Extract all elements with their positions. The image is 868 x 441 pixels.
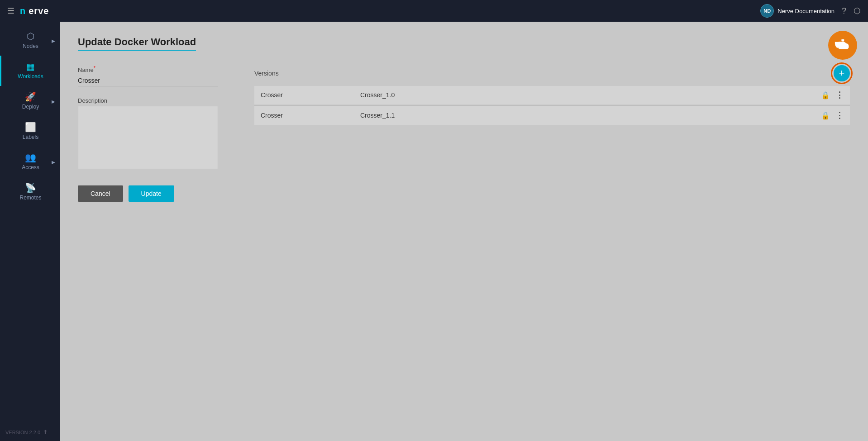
add-version-button[interactable]: + [834,65,850,81]
form-actions: Cancel Update [78,185,218,202]
access-arrow-icon: ▶ [52,159,55,164]
cancel-button[interactable]: Cancel [78,185,123,202]
sidebar-item-deploy[interactable]: 🚀 Deploy ▶ [0,86,60,116]
update-icon[interactable]: ⬆ [43,429,48,436]
docker-icon [833,36,852,55]
table-row: Crosser Crosser_1.0 🔒 ⋮ [254,85,850,104]
page-title: Update Docker Workload [78,36,196,51]
version-id-2: Crosser_1.1 [360,112,821,119]
main-content: Update Docker Workload Name* Description… [60,22,868,441]
docker-fab[interactable] [828,31,857,60]
access-icon: 👥 [25,153,36,162]
top-nav: ☰ nerve ND Nerve Documentation ? ⬡ [0,0,868,22]
description-label: Description [78,97,218,104]
description-field-group: Description [78,97,218,171]
remotes-icon: 📡 [25,183,36,192]
version-text: VERSION 2.2.0 ⬆ [0,429,60,436]
row-menu-button-1[interactable]: ⋮ [835,90,844,100]
name-label: Name* [78,65,218,73]
workloads-icon: ▦ [26,62,35,71]
sidebar: ⬡ Nodes ▶ ▦ Workloads 🚀 Deploy ▶ ⬜ Label… [0,22,60,441]
sidebar-label-nodes: Nodes [23,43,38,49]
versions-panel: Versions + Crosser Crosser_1.0 🔒 ⋮ Cross… [254,65,850,202]
nav-right: ND Nerve Documentation ? ⬡ [760,4,861,18]
name-input[interactable] [78,75,218,86]
sidebar-item-nodes[interactable]: ⬡ Nodes ▶ [0,25,60,56]
versions-header: Versions + [254,65,850,81]
user-badge: ND Nerve Documentation [760,4,835,18]
sidebar-label-deploy: Deploy [22,104,39,110]
form-left: Name* Description Cancel Update [78,65,218,202]
versions-title: Versions [254,70,279,77]
user-name: Nerve Documentation [777,8,835,14]
help-icon[interactable]: ? [842,6,846,16]
sidebar-label-access: Access [22,164,39,171]
sidebar-label-workloads: Workloads [18,73,43,80]
table-row: Crosser Crosser_1.1 🔒 ⋮ [254,105,850,125]
version-name-2: Crosser [261,112,360,119]
deploy-arrow-icon: ▶ [52,99,55,104]
labels-icon: ⬜ [25,123,36,132]
app-logo: nerve [20,6,49,16]
version-id-1: Crosser_1.0 [360,91,821,99]
sidebar-item-labels[interactable]: ⬜ Labels [0,116,60,147]
sidebar-item-workloads[interactable]: ▦ Workloads [0,56,60,86]
avatar: ND [760,4,774,18]
svg-point-7 [837,47,839,49]
logout-icon[interactable]: ⬡ [854,6,861,16]
form-section: Name* Description Cancel Update Versions [78,65,850,202]
svg-rect-6 [841,39,844,42]
nav-left: ☰ nerve [7,6,49,16]
sidebar-label-remotes: Remotes [19,194,41,201]
plus-icon: + [839,67,845,79]
main-layout: ⬡ Nodes ▶ ▦ Workloads 🚀 Deploy ▶ ⬜ Label… [0,22,868,441]
nodes-icon: ⬡ [27,32,34,41]
description-input[interactable] [78,106,218,169]
hamburger-icon[interactable]: ☰ [7,6,14,16]
deploy-icon: 🚀 [25,92,36,101]
lock-icon-2: 🔒 [821,111,830,120]
sidebar-label-labels: Labels [23,134,38,140]
sidebar-item-access[interactable]: 👥 Access ▶ [0,147,60,177]
version-name-1: Crosser [261,91,360,99]
row-menu-button-2[interactable]: ⋮ [835,110,844,120]
update-button[interactable]: Update [129,185,174,202]
nodes-arrow-icon: ▶ [52,38,55,43]
sidebar-item-remotes[interactable]: 📡 Remotes [0,177,60,207]
name-field-group: Name* [78,65,218,86]
lock-icon-1: 🔒 [821,91,830,100]
